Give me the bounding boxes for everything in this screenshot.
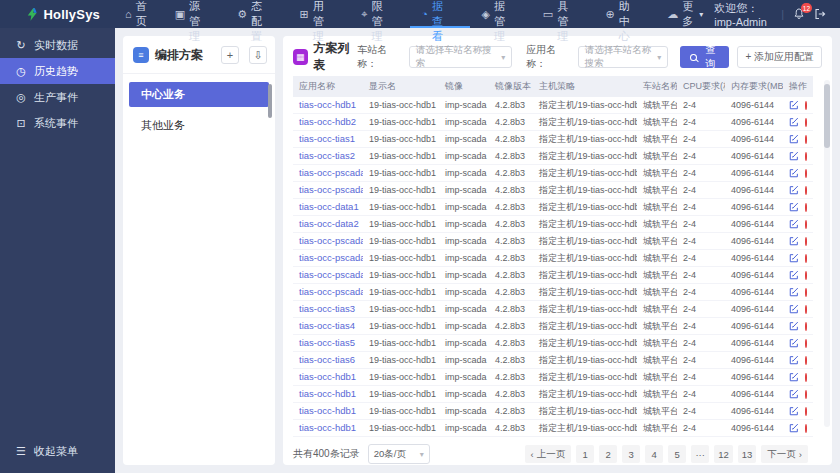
edit-icon[interactable]	[789, 389, 799, 399]
page-number-button[interactable]: 2	[599, 445, 617, 463]
disable-icon[interactable]	[805, 373, 807, 382]
app-name-link[interactable]: tias-occ-pscada5	[299, 269, 363, 280]
page-number-button[interactable]: 12	[714, 445, 733, 463]
disable-icon[interactable]	[805, 424, 807, 433]
disable-icon[interactable]	[805, 152, 807, 161]
nav-item[interactable]: ⌖ 权限管理	[350, 0, 410, 28]
disable-icon[interactable]	[805, 186, 807, 195]
app-name-link[interactable]: tias-occ-tias6	[299, 354, 355, 365]
edit-icon[interactable]	[789, 304, 799, 314]
page-size-select[interactable]: 20条/页 ▾	[368, 444, 430, 464]
prev-page-button[interactable]: ‹ 上一页	[525, 445, 572, 463]
app-select[interactable]: 请选择车站名称搜索 ▾	[578, 46, 669, 68]
page-number-button[interactable]: 4	[645, 445, 663, 463]
disable-icon[interactable]	[805, 135, 807, 144]
edit-icon[interactable]	[789, 372, 799, 382]
disable-icon[interactable]	[805, 118, 807, 127]
plan-item[interactable]: 中心业务	[129, 82, 269, 107]
collapse-menu-button[interactable]: ☰ 收起菜单	[0, 439, 115, 463]
disable-icon[interactable]	[805, 322, 807, 331]
app-name-link[interactable]: tias-occ-pscada1	[299, 167, 363, 178]
edit-icon[interactable]	[789, 287, 799, 297]
disable-icon[interactable]	[805, 339, 807, 348]
app-name-link[interactable]: tias-occ-data1	[299, 201, 359, 212]
app-name-link[interactable]: tias-occ-tias1	[299, 133, 355, 144]
add-app-config-button[interactable]: + 添加应用配置	[737, 46, 822, 68]
add-plan-button[interactable]: +	[221, 46, 239, 64]
table-header-cell: 应用名称	[293, 76, 363, 97]
disable-icon[interactable]	[805, 254, 807, 263]
app-name-link[interactable]: tias-occ-pscada6	[299, 286, 363, 297]
disable-icon[interactable]	[805, 407, 807, 416]
disable-icon[interactable]	[805, 169, 807, 178]
edit-icon[interactable]	[789, 202, 799, 212]
app-name-link[interactable]: tias-occ-pscada4	[299, 252, 363, 263]
plan-scrollbar-thumb[interactable]	[268, 84, 272, 118]
next-page-button[interactable]: 下一页 ›	[761, 445, 808, 463]
app-name-link[interactable]: tias-occ-hdb1	[299, 422, 356, 433]
sidebar-item[interactable]: ↻ 实时数据	[0, 32, 115, 58]
edit-icon[interactable]	[789, 168, 799, 178]
app-name-link[interactable]: tias-occ-hdb1	[299, 99, 356, 110]
nav-item[interactable]: ☁ 更多 ▾	[656, 0, 714, 28]
app-name-link[interactable]: tias-occ-hdb1	[299, 371, 356, 382]
nav-item[interactable]: ⊞ 应用管理	[288, 0, 350, 28]
edit-icon[interactable]	[789, 185, 799, 195]
app-name-link[interactable]: tias-occ-hdb2	[299, 116, 356, 127]
edit-icon[interactable]	[789, 117, 799, 127]
edit-icon[interactable]	[789, 270, 799, 280]
download-plan-button[interactable]: ⇩	[249, 46, 267, 64]
edit-icon[interactable]	[789, 134, 799, 144]
plan-item[interactable]: 其他业务	[129, 113, 269, 138]
image-cell: imp-scada	[439, 318, 489, 335]
app-name-link[interactable]: tias-occ-pscada1	[299, 184, 363, 195]
edit-icon[interactable]	[789, 355, 799, 365]
page-number-button[interactable]: 3	[622, 445, 640, 463]
app-name-link[interactable]: tias-occ-hdb1	[299, 388, 356, 399]
app-name-link[interactable]: tias-occ-tias2	[299, 150, 355, 161]
disable-icon[interactable]	[805, 237, 807, 246]
search-button[interactable]: 查询	[680, 46, 729, 68]
disable-icon[interactable]	[805, 203, 807, 212]
app-name-link[interactable]: tias-occ-hdb1	[299, 405, 356, 416]
edit-icon[interactable]	[789, 253, 799, 263]
sidebar-item[interactable]: ◎ 生产事件	[0, 84, 115, 110]
nav-item[interactable]: ⌂ 首页	[114, 0, 164, 28]
page-number-button[interactable]: ···	[691, 445, 709, 463]
disable-icon[interactable]	[805, 288, 807, 297]
station-select[interactable]: 请选择车站名称搜索 ▾	[409, 46, 512, 68]
app-name-link[interactable]: tias-occ-tias5	[299, 337, 355, 348]
edit-icon[interactable]	[789, 406, 799, 416]
nav-item[interactable]: ◈ 数据管理	[470, 0, 531, 28]
page-number-button[interactable]: 1	[576, 445, 594, 463]
edit-icon[interactable]	[789, 151, 799, 161]
sidebar-item[interactable]: ⊡ 系统事件	[0, 110, 115, 136]
app-name-link[interactable]: tias-occ-tias3	[299, 303, 355, 314]
page-number-button[interactable]: 13	[738, 445, 757, 463]
disable-icon[interactable]	[805, 101, 807, 110]
nav-item[interactable]: ⚙ 组态配置	[226, 0, 288, 28]
disable-icon[interactable]	[805, 390, 807, 399]
disable-icon[interactable]	[805, 271, 807, 280]
sidebar-item[interactable]: ◷ 历史趋势	[0, 58, 115, 84]
page-number-button[interactable]: 5	[668, 445, 686, 463]
app-name-link[interactable]: tias-occ-pscada3	[299, 235, 363, 246]
nav-item[interactable]: ◔ 数据查看	[410, 0, 470, 28]
nav-item[interactable]: ⊕ 帮助中心	[594, 0, 656, 28]
edit-icon[interactable]	[789, 236, 799, 246]
disable-icon[interactable]	[805, 220, 807, 229]
app-name-link[interactable]: tias-occ-data2	[299, 218, 359, 229]
edit-icon[interactable]	[789, 219, 799, 229]
nav-item[interactable]: ▣ 资源管理	[164, 0, 227, 28]
app-name-link[interactable]: tias-occ-tias4	[299, 320, 355, 331]
table-scrollbar-thumb[interactable]	[824, 84, 830, 148]
edit-icon[interactable]	[789, 100, 799, 110]
disable-icon[interactable]	[805, 305, 807, 314]
edit-icon[interactable]	[789, 321, 799, 331]
nav-item[interactable]: ▭ 工具管理	[532, 0, 595, 28]
edit-icon[interactable]	[789, 338, 799, 348]
disable-icon[interactable]	[805, 356, 807, 365]
logout-icon[interactable]	[814, 8, 826, 20]
edit-icon[interactable]	[789, 423, 799, 433]
notification-bell-icon[interactable]: 12	[793, 8, 805, 20]
